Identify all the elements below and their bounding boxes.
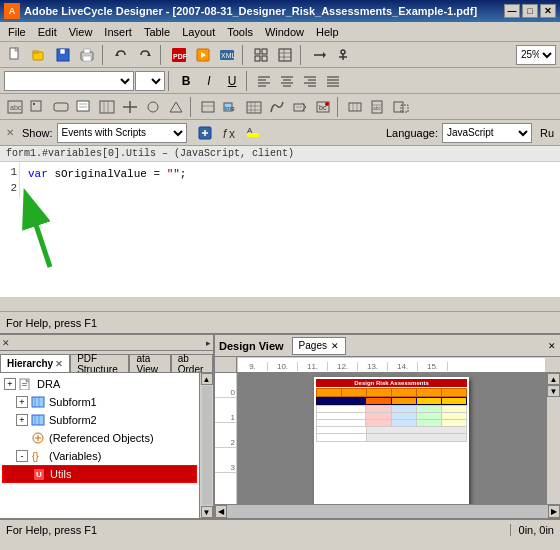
hierarchy-scrollbar[interactable]: ▲ ▼	[199, 373, 213, 518]
obj-btn-15[interactable]	[344, 96, 366, 118]
xml-button[interactable]: XML	[216, 44, 238, 66]
scroll-up-button[interactable]: ▲	[201, 373, 213, 385]
expand-vars[interactable]: -	[16, 450, 28, 462]
grid-button[interactable]	[250, 44, 272, 66]
tab-hierarchy[interactable]: Hierarchy ✕	[0, 354, 70, 372]
design-scrollbar-vertical[interactable]: ▲ ▼	[546, 373, 560, 504]
script-add-button[interactable]	[195, 123, 215, 143]
script-content-area[interactable]: 1 2 var sOriginalValue = "";	[0, 162, 560, 297]
design-scroll-down[interactable]: ▼	[547, 385, 560, 397]
design-canvas[interactable]: Design Risk Assessments	[237, 373, 546, 504]
design-scroll-left[interactable]: ◀	[215, 505, 227, 518]
tab-pages-close[interactable]: ✕	[331, 341, 339, 351]
justify-button[interactable]	[322, 70, 344, 92]
align-center-button[interactable]	[276, 70, 298, 92]
open-button[interactable]	[28, 44, 50, 66]
design-scroll-track-h[interactable]	[227, 505, 548, 518]
tab-data-view[interactable]: ata View	[129, 354, 170, 372]
panel-expand-btn[interactable]: ▸	[206, 338, 211, 348]
anchor-button[interactable]	[332, 44, 354, 66]
obj-btn-5[interactable]	[96, 96, 118, 118]
font-family-dropdown[interactable]	[4, 71, 134, 91]
tree-item-utils[interactable]: U Utils	[2, 465, 197, 483]
obj-btn-13[interactable]	[289, 96, 311, 118]
tab-pages[interactable]: Pages ✕	[292, 337, 346, 355]
menu-help[interactable]: Help	[310, 23, 345, 41]
bold-button[interactable]: B	[175, 70, 197, 92]
align-left-button[interactable]	[253, 70, 275, 92]
table-button[interactable]	[274, 44, 296, 66]
menu-table[interactable]: Table	[138, 23, 176, 41]
distribute-button[interactable]	[308, 44, 330, 66]
ruler-mark-12: 12.	[328, 362, 358, 371]
expand-dra[interactable]: +	[4, 378, 16, 390]
scroll-down-button[interactable]: ▼	[201, 506, 213, 518]
design-panel-close[interactable]: ✕	[548, 341, 556, 351]
minimize-button[interactable]: —	[504, 4, 520, 18]
svg-rect-94	[22, 385, 27, 386]
obj-btn-2[interactable]	[27, 96, 49, 118]
obj-btn-9[interactable]	[197, 96, 219, 118]
menu-insert[interactable]: Insert	[98, 23, 138, 41]
menu-view[interactable]: View	[63, 23, 99, 41]
obj-btn-12[interactable]	[266, 96, 288, 118]
tree-item-subform2[interactable]: + Subform2	[2, 411, 197, 429]
tab-hierarchy-close[interactable]: ✕	[55, 359, 63, 369]
print-button[interactable]	[76, 44, 98, 66]
italic-button[interactable]: I	[198, 70, 220, 92]
obj-btn-11[interactable]	[243, 96, 265, 118]
pdf-button[interactable]: PDF	[168, 44, 190, 66]
obj-btn-3[interactable]	[50, 96, 72, 118]
new-button[interactable]	[4, 44, 26, 66]
obj-btn-7[interactable]	[142, 96, 164, 118]
obj-btn-14[interactable]: bc	[312, 96, 334, 118]
script-panel-close[interactable]: ✕	[6, 127, 14, 138]
tree-item-subform1[interactable]: + Subform1	[2, 393, 197, 411]
expand-subform2[interactable]: +	[16, 414, 28, 426]
obj-btn-10[interactable]: img	[220, 96, 242, 118]
underline-button[interactable]: U	[221, 70, 243, 92]
save-button[interactable]	[52, 44, 74, 66]
font-size-dropdown[interactable]	[135, 71, 165, 91]
design-scrollbar-horizontal[interactable]: ◀ ▶	[215, 504, 560, 518]
panel-close-btn[interactable]: ✕	[2, 338, 10, 348]
menu-window[interactable]: Window	[259, 23, 310, 41]
show-dropdown[interactable]: Events with Scripts	[57, 123, 187, 143]
separator-6	[246, 71, 250, 91]
obj-btn-17[interactable]	[390, 96, 412, 118]
ruler-horizontal: 9. 10. 11. 12. 13. 14. 15.	[215, 357, 560, 373]
align-right-button[interactable]	[299, 70, 321, 92]
tree-item-dra[interactable]: + DRA	[2, 375, 197, 393]
zoom-dropdown[interactable]: 25%	[516, 45, 556, 65]
obj-btn-16[interactable]: abc	[367, 96, 389, 118]
code-editor[interactable]: var sOriginalValue = "";	[24, 164, 560, 200]
tree-item-refobj[interactable]: (Referenced Objects)	[2, 429, 197, 447]
svg-text:{}: {}	[32, 451, 39, 462]
preview-button[interactable]	[192, 44, 214, 66]
design-scroll-up[interactable]: ▲	[547, 373, 560, 385]
undo-button[interactable]	[110, 44, 132, 66]
obj-btn-6[interactable]	[119, 96, 141, 118]
language-dropdown[interactable]: JavaScript	[442, 123, 532, 143]
menu-tools[interactable]: Tools	[221, 23, 259, 41]
script-fx-button[interactable]: fx	[219, 123, 239, 143]
menu-edit[interactable]: Edit	[32, 23, 63, 41]
obj-btn-8[interactable]	[165, 96, 187, 118]
tab-tab-order[interactable]: ab Order	[171, 354, 213, 372]
scroll-track[interactable]	[202, 386, 212, 505]
maximize-button[interactable]: □	[522, 4, 538, 18]
menu-file[interactable]: File	[2, 23, 32, 41]
obj-btn-1[interactable]: abc	[4, 96, 26, 118]
redo-button[interactable]	[134, 44, 156, 66]
menu-layout[interactable]: Layout	[176, 23, 221, 41]
close-button[interactable]: ✕	[540, 4, 556, 18]
tree-item-vars[interactable]: - {} (Variables)	[2, 447, 197, 465]
tab-pdf-structure[interactable]: PDF Structure	[70, 354, 129, 372]
script-highlight-button[interactable]: A	[243, 123, 263, 143]
design-content: 0 1 2 3 Design Risk Assessments	[215, 373, 560, 504]
design-scroll-right[interactable]: ▶	[548, 505, 560, 518]
expand-subform1[interactable]: +	[16, 396, 28, 408]
obj-btn-4[interactable]	[73, 96, 95, 118]
svg-text:PDF: PDF	[173, 53, 187, 60]
window-title: Adobe LiveCycle Designer - [2007-08-31_D…	[24, 5, 504, 17]
